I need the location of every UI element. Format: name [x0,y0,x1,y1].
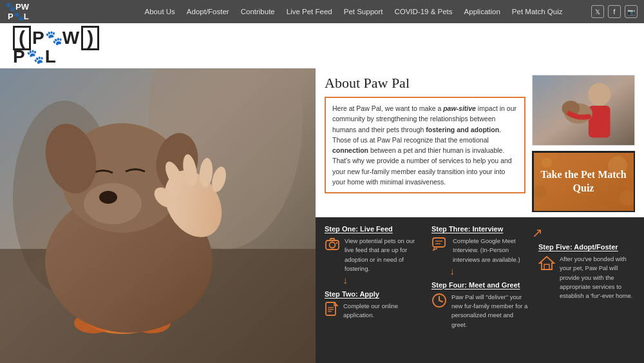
step-four-desc: Paw Pal will "deliver" your new fur-fami… [451,293,528,329]
instagram-icon[interactable]: 📷 [625,5,638,18]
logo-paw-bottom: 🐾 [26,50,44,64]
logo-paw-top: 🐾 [45,31,62,45]
step-three-desc: Complete Google Meet Interview. (In-Pers… [453,237,528,264]
facebook-icon[interactable]: f [608,5,621,18]
nav-logo-text: 🐾PW P🐾L [0,2,29,21]
nav-covid-pets[interactable]: COVID-19 & Pets [389,8,457,15]
dog-illustration [0,68,316,363]
step-five-desc: After you've bonded with your pet, Paw P… [560,255,635,300]
steps-col-3: ↗ Step Five: Adopt/Foster After you've b… [538,225,635,355]
svg-line-42 [439,300,442,302]
about-title: About Paw Pal [325,75,526,92]
nav-pet-match-quiz[interactable]: Pet Match Quiz [507,8,568,15]
step-three-arrow: ↓ [450,266,528,277]
step-three-body: Complete Google Meet Interview. (In-Pers… [431,237,528,264]
left-dog-image [0,68,316,363]
logo-bracket-close: ) [81,26,99,50]
logo-title-w: W [62,29,80,47]
step-one-desc: View potential pets on our live feed tha… [345,237,421,273]
step-two-desc: Complete our online application. [343,302,421,320]
about-text-area: About Paw Pal Here at Paw Pal, we want t… [325,75,526,212]
logo-letter-l: L [45,48,56,66]
house-icon [538,255,555,275]
social-icons: 𝕏 f 📷 [591,5,638,18]
step-two: Step Two: Apply Complete our online [325,290,421,322]
nav-about-us[interactable]: About Us [140,8,180,15]
nav-live-pet-feed[interactable]: Live Pet Feed [281,8,337,15]
logo-bar: ( P 🐾 W ) P 🐾 L [0,23,644,68]
step-two-body: Complete our online application. [325,302,421,322]
step-one-body: View potential pets on our live feed tha… [325,237,421,273]
logo-bottom-row: P 🐾 L [13,48,99,66]
steps-col-2: Step Three: Interview Complete Google Me… [431,225,528,355]
step-five-title: Step Five: Adopt/Foster [538,243,635,251]
svg-rect-37 [433,238,445,247]
svg-point-10 [99,191,117,204]
chat-icon [431,237,448,256]
step-three-title: Step Three: Interview [431,225,528,233]
quiz-label: Take the Pet Match Quiz [539,168,628,195]
svg-point-20 [588,83,611,106]
step-four: Step Four: Meet and Greet Paw Pal will "… [431,281,528,329]
nav-adopt-foster[interactable]: Adopt/Foster [182,8,234,15]
step-one: Step One: Live Feed View potential pets … [325,225,421,286]
quiz-banner-text: Take the Pet Match Quiz [534,153,633,210]
right-content: About Paw Pal Here at Paw Pal, we want t… [316,68,644,363]
step-five-body: After you've bonded with your pet, Paw P… [538,255,635,300]
svg-point-32 [336,242,337,244]
step-four-title: Step Four: Meet and Greet [431,281,528,289]
steps-section: Step One: Live Feed View potential pets … [316,217,644,363]
step-five-arrow: ↗ [532,225,635,240]
svg-rect-43 [544,264,549,270]
dog-scene [0,68,316,363]
document-icon [325,302,339,322]
nav-contribute[interactable]: Contribute [236,8,280,15]
step-one-arrow: ↓ [343,275,421,286]
about-section: About Paw Pal Here at Paw Pal, we want t… [316,68,644,217]
svg-point-31 [330,242,336,248]
main-content: About Paw Pal Here at Paw Pal, we want t… [0,68,644,363]
step-three: Step Three: Interview Complete Google Me… [431,225,528,277]
nav-links: About Us Adopt/Foster Contribute Live Pe… [116,8,591,15]
person-dog-photo [533,75,634,146]
person-photo [532,75,635,146]
step-four-body: Paw Pal will "deliver" your new fur-fami… [431,293,528,329]
step-two-title: Step Two: Apply [325,290,421,298]
logo-title-pw: P [32,29,45,47]
logo-letter-p: P [13,48,25,66]
clock-icon [431,293,447,312]
about-right-area: Take the Pet Match Quiz [532,75,635,212]
nav-pet-support[interactable]: Pet Support [339,8,388,15]
logo-top-row: ( P 🐾 W ) [13,26,99,50]
step-one-title: Step One: Live Feed [325,225,421,233]
twitter-icon[interactable]: 𝕏 [591,5,604,18]
nav-logo: 🐾PW P🐾L [0,2,116,21]
nav-application[interactable]: Application [459,8,506,15]
camera-icon [325,237,340,255]
about-description: Here at Paw Pal, we want to make a paw-s… [325,97,526,193]
svg-point-9 [84,183,142,224]
navigation: 🐾PW P🐾L About Us Adopt/Foster Contribute… [0,0,644,23]
quiz-banner[interactable]: Take the Pet Match Quiz [532,151,635,212]
logo-container: ( P 🐾 W ) P 🐾 L [13,26,99,66]
step-five: Step Five: Adopt/Foster After you've bon… [538,243,635,300]
steps-col-1: Step One: Live Feed View potential pets … [325,225,421,355]
